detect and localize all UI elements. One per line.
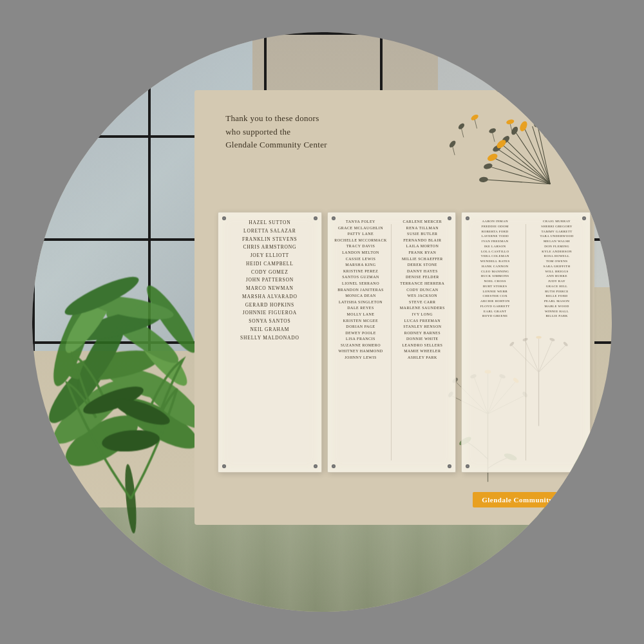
donor-name-item: Stanley Henson bbox=[394, 324, 450, 330]
donor-name-item: Lisa Francis bbox=[333, 336, 389, 343]
donor-name-item: Joey Elliott bbox=[223, 252, 316, 260]
svg-point-46 bbox=[486, 152, 498, 162]
thank-you-text: Thank you to these donors who supported … bbox=[225, 112, 381, 152]
donor-name-item: Tammy Garrett bbox=[529, 229, 585, 234]
donor-name-item: Terrance Herrera bbox=[394, 281, 450, 287]
donor-name-item: Ruth Pierce bbox=[529, 289, 585, 294]
plant-left bbox=[44, 223, 218, 542]
donor-name-item: Loretta Salazar bbox=[223, 227, 316, 236]
donor-name-item: Laverne Todd bbox=[467, 234, 523, 239]
panels-container: Hazel Sutton Loretta Salazar Franklin St… bbox=[218, 212, 591, 473]
donor-name-item: Whitney Hammond bbox=[333, 348, 389, 355]
donor-name-item: Rena Tillman bbox=[394, 225, 450, 232]
donor-name-item: Wendell Bates bbox=[467, 259, 523, 264]
donor-name-item: Marsha Alvarado bbox=[223, 293, 316, 301]
donor-name-item: Chris Armstrong bbox=[223, 243, 316, 252]
donor-name-item: Fernando Blair bbox=[394, 238, 450, 244]
donor-name-item: Cody Duncan bbox=[394, 287, 450, 294]
panel2-col1: Tanya Foley Grace McLaughlin Patty Lane … bbox=[333, 219, 389, 466]
donor-name-item: Denise Felder bbox=[394, 274, 450, 281]
thank-you-line1: Thank you to these donors bbox=[225, 112, 381, 126]
donor-name-item: Dewey Poole bbox=[333, 330, 389, 337]
donor-name-item: Rodney Barnes bbox=[394, 330, 450, 337]
donor-name-item: Hank Cannon bbox=[467, 264, 523, 269]
donor-name-item: Sonya Santos bbox=[223, 317, 316, 326]
donor-name-item: Kristine Perez bbox=[333, 269, 389, 275]
donor-panel-2: Tanya Foley Grace McLaughlin Patty Lane … bbox=[327, 212, 457, 473]
donor-name-item: Johnny Lewis bbox=[333, 355, 389, 361]
donor-name-item: Santos Guzman bbox=[333, 274, 389, 281]
donor-panel-3: Aaron Inman Freddie Odom Roberta Ford La… bbox=[461, 212, 591, 473]
donor-name-item: Steve Carr bbox=[394, 299, 450, 306]
panel3-col2: Craig Murray Sherri Gregory Tammy Garret… bbox=[529, 219, 585, 466]
donor-name-item: Patty Lane bbox=[333, 231, 389, 238]
donor-name-item: Mamie Wheeler bbox=[394, 348, 450, 355]
donor-name-item: Will Briggs bbox=[529, 269, 585, 274]
donor-name-item: Don Fleming bbox=[529, 244, 585, 249]
donor-name-item: Archie Horton bbox=[467, 299, 523, 304]
donor-name-item: Heidi Campbell bbox=[223, 260, 316, 269]
donor-name-item: Susie Butler bbox=[394, 231, 450, 238]
donor-wall: Thank you to these donors who supported … bbox=[206, 90, 594, 525]
donor-name-item: Lola Castillo bbox=[467, 249, 523, 254]
donor-name-item: Molly Lane bbox=[333, 312, 389, 318]
donor-name-item: Buck Simmons bbox=[467, 274, 523, 279]
donor-name-item: Millie Schaeffer bbox=[394, 256, 450, 263]
svg-point-44 bbox=[478, 176, 488, 182]
donor-name-item: Carlene Mercer bbox=[394, 219, 450, 225]
donor-name-item: Tanya Foley bbox=[333, 219, 389, 225]
donor-name-item: Grace Hill bbox=[529, 284, 585, 289]
svg-point-41 bbox=[510, 126, 519, 136]
donor-name-item: Dorian Page bbox=[333, 324, 389, 330]
donor-name-item: Laila Morton bbox=[394, 243, 450, 250]
donor-name-item: Cody Gomez bbox=[223, 269, 316, 277]
donor-name-item: Floyd Garrett bbox=[467, 304, 523, 309]
screw-br-1 bbox=[314, 464, 317, 468]
donor-name-item: Brandon Janiteras bbox=[333, 287, 389, 294]
donor-name-item: Donnie White bbox=[394, 336, 450, 343]
donor-name-item: Cassie Lewis bbox=[333, 256, 389, 263]
donor-name-item: Judy Ray bbox=[529, 279, 585, 284]
donor-name-item: Landon Melton bbox=[333, 250, 389, 256]
svg-line-58 bbox=[510, 124, 512, 133]
donor-name-item: Boyd Greene bbox=[467, 314, 523, 319]
donor-name-item: Tara Underwood bbox=[529, 234, 585, 239]
donor-name-item: Lonnie Webb bbox=[467, 289, 523, 294]
donor-name-item: Ivan Freeman bbox=[467, 239, 523, 244]
donor-name-item: Latisha Singleton bbox=[333, 299, 389, 306]
svg-line-54 bbox=[461, 129, 463, 138]
donor-name-item: Winnie Hall bbox=[529, 309, 585, 314]
donor-name-item: Aaron Inman bbox=[467, 219, 523, 224]
donor-name-item: Ashley Park bbox=[394, 355, 450, 361]
svg-line-56 bbox=[493, 133, 495, 142]
svg-point-52 bbox=[448, 140, 457, 149]
panel2-col2: Carlene Mercer Rena Tillman Susie Butler… bbox=[394, 219, 450, 466]
donor-name-item: Sara Griffith bbox=[529, 264, 585, 269]
donor-name-item: Marlene Saunders bbox=[394, 305, 450, 312]
donor-name-item: Sherri Gregory bbox=[529, 224, 585, 229]
donor-name-item: John Patterson bbox=[223, 276, 316, 285]
donor-name-item: Neil Graham bbox=[223, 326, 316, 334]
svg-line-34 bbox=[484, 180, 550, 184]
screw-bl-1 bbox=[222, 464, 226, 468]
screw-tr-1 bbox=[314, 216, 317, 220]
svg-line-57 bbox=[452, 146, 454, 155]
donor-name-item: Ike Larson bbox=[467, 244, 523, 249]
donor-name-item: Johnnie Figueroa bbox=[223, 309, 316, 317]
donor-name-item: Danny Hayes bbox=[394, 269, 450, 275]
donor-name-item: Rosa Howell bbox=[529, 254, 585, 259]
donor-name-item: Grace McLaughlin bbox=[333, 225, 389, 232]
donor-name-item: Derek Stone bbox=[394, 262, 450, 269]
donor-name-item: Tom Owens bbox=[529, 259, 585, 264]
donor-name-item: Franklin Stevens bbox=[223, 236, 316, 244]
donor-name-item: Hazel Sutton bbox=[223, 219, 316, 227]
donor-name-item: Frank Ryan bbox=[394, 250, 450, 256]
panel1-donors: Hazel Sutton Loretta Salazar Franklin St… bbox=[223, 219, 316, 342]
thank-you-line3: Glendale Community Center bbox=[225, 138, 381, 152]
svg-point-45 bbox=[518, 120, 529, 133]
donor-name-item: Pearl Mason bbox=[529, 299, 585, 304]
donor-name-item: Ann Burke bbox=[529, 274, 585, 279]
donor-name-item: Gerard Hopkins bbox=[223, 301, 316, 310]
donor-name-item: Shelly Maldonado bbox=[223, 334, 316, 343]
donor-name-item: Megan Walsh bbox=[529, 239, 585, 244]
